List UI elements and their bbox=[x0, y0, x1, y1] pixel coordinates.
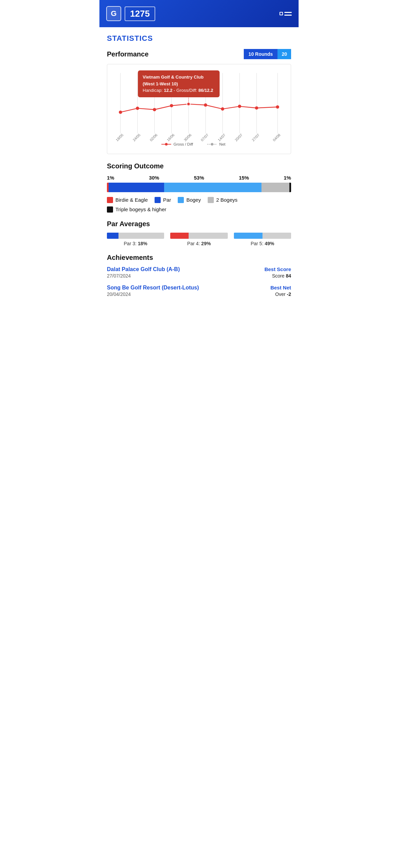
achievement-badge-1: Best Score bbox=[265, 266, 291, 272]
par5-label: Par 5: 49% bbox=[234, 241, 291, 246]
achievement-score-value-1: 84 bbox=[286, 273, 291, 279]
svg-point-27 bbox=[238, 105, 241, 108]
legend-dot-par bbox=[155, 197, 161, 203]
page-title: STATISTICS bbox=[107, 34, 291, 43]
svg-text:27/07: 27/07 bbox=[251, 133, 260, 142]
menu-square-icon bbox=[280, 12, 283, 15]
achievement-date-1: 27/07/2024 bbox=[107, 273, 131, 279]
performance-chart: 18/05 24/05 02/06 16/06 30/06 07/07 14/0… bbox=[107, 64, 291, 154]
par5-item: Par 5: 49% bbox=[234, 233, 291, 246]
scoring-legend: Birdie & Eagle Par Bogey 2 Bogeys Triple… bbox=[107, 197, 291, 213]
par3-item: Par 3: 18% bbox=[107, 233, 164, 246]
legend-label-birdie: Birdie & Eagle bbox=[115, 197, 148, 203]
svg-text:24/05: 24/05 bbox=[132, 133, 141, 142]
svg-text:18/05: 18/05 bbox=[115, 133, 124, 142]
rounds-selector[interactable]: 10 Rounds 20 bbox=[244, 49, 291, 59]
achievements-title: Achievements bbox=[107, 254, 291, 262]
scoring-bar bbox=[107, 183, 291, 192]
achievement-score-1: Score 84 bbox=[272, 273, 291, 279]
legend-dot-2bogey bbox=[208, 197, 214, 203]
par4-item: Par 4: 29% bbox=[170, 233, 227, 246]
achievement-date-2: 20/04/2024 bbox=[107, 291, 131, 297]
svg-text:Gross / Diff: Gross / Diff bbox=[174, 142, 193, 146]
svg-text:Net: Net bbox=[219, 142, 226, 146]
par3-bar-fill bbox=[107, 233, 118, 239]
rounds-number: 20 bbox=[277, 49, 291, 59]
svg-text:07/07: 07/07 bbox=[200, 133, 209, 142]
achievement-item-2: Song Be Golf Resort (Desert-Lotus) Best … bbox=[107, 285, 291, 297]
pct-bogey: 53% bbox=[194, 175, 204, 181]
svg-text:30/06: 30/06 bbox=[183, 133, 192, 142]
main-content: STATISTICS Performance 10 Rounds 20 18/0… bbox=[99, 27, 299, 310]
svg-point-29 bbox=[276, 105, 279, 109]
performance-header: Performance 10 Rounds 20 bbox=[107, 49, 291, 59]
legend-par: Par bbox=[155, 197, 171, 203]
legend-2bogey: 2 Bogeys bbox=[208, 197, 238, 203]
legend-triple: Triple bogeys & higher bbox=[107, 206, 166, 213]
par-averages-section: Par Averages Par 3: 18% Par 4: 29% bbox=[107, 220, 291, 246]
scoring-percentages: 1% 30% 53% 15% 1% bbox=[107, 175, 291, 181]
header-logo: G 1275 bbox=[106, 6, 155, 21]
menu-lines-icon bbox=[284, 12, 292, 16]
pct-par: 30% bbox=[149, 175, 159, 181]
par3-label: Par 3: 18% bbox=[107, 241, 164, 246]
scoring-outcome-section: Scoring Outcome 1% 30% 53% 15% 1% Birdie… bbox=[107, 162, 291, 213]
legend-bogey: Bogey bbox=[178, 197, 201, 203]
chart-svg: 18/05 24/05 02/06 16/06 30/06 07/07 14/0… bbox=[111, 70, 287, 148]
legend-birdie: Birdie & Eagle bbox=[107, 197, 148, 203]
legend-dot-bogey bbox=[178, 197, 184, 203]
bar-triple bbox=[289, 183, 291, 192]
svg-text:16/06: 16/06 bbox=[166, 133, 175, 142]
app-header: G 1275 bbox=[99, 0, 299, 27]
scoring-outcome-title: Scoring Outcome bbox=[107, 162, 291, 170]
svg-point-28 bbox=[255, 106, 258, 110]
achievement-row-bottom-2: 20/04/2024 Over -2 bbox=[107, 291, 291, 297]
svg-point-20 bbox=[119, 111, 122, 114]
bar-bogey bbox=[164, 183, 262, 192]
svg-point-22 bbox=[153, 108, 156, 111]
bar-par bbox=[109, 183, 164, 192]
menu-button[interactable] bbox=[280, 12, 292, 16]
legend-label-triple: Triple bogeys & higher bbox=[115, 206, 166, 212]
achievement-row-bottom-1: 27/07/2024 Score 84 bbox=[107, 273, 291, 279]
pct-2bogey: 15% bbox=[239, 175, 249, 181]
achievement-badge-2: Best Net bbox=[270, 285, 291, 290]
svg-point-21 bbox=[136, 107, 139, 110]
pct-birdie: 1% bbox=[107, 175, 114, 181]
legend-label-par: Par bbox=[163, 197, 171, 203]
par5-value: 49% bbox=[265, 241, 274, 246]
svg-point-35 bbox=[211, 143, 213, 146]
par4-value: 29% bbox=[201, 241, 211, 246]
achievement-course-1[interactable]: Dalat Palace Golf Club (A-B) bbox=[107, 266, 265, 272]
svg-point-23 bbox=[170, 104, 173, 107]
svg-text:04/08: 04/08 bbox=[272, 133, 281, 142]
par4-label: Par 4: 29% bbox=[170, 241, 227, 246]
legend-dot-birdie bbox=[107, 197, 113, 203]
achievement-item-1: Dalat Palace Golf Club (A-B) Best Score … bbox=[107, 266, 291, 279]
par5-bar bbox=[234, 233, 291, 239]
achievements-section: Achievements Dalat Palace Golf Club (A-B… bbox=[107, 254, 291, 297]
legend-label-bogey: Bogey bbox=[186, 197, 201, 203]
svg-text:20/07: 20/07 bbox=[234, 133, 243, 142]
svg-point-25 bbox=[204, 103, 207, 107]
pct-triple: 1% bbox=[284, 175, 291, 181]
par4-bar-bg bbox=[189, 233, 227, 239]
par4-bar-fill bbox=[170, 233, 189, 239]
header-score: 1275 bbox=[125, 6, 155, 21]
par5-bar-bg bbox=[262, 233, 291, 239]
par-averages-row: Par 3: 18% Par 4: 29% Par 5: 49% bbox=[107, 233, 291, 246]
svg-point-26 bbox=[221, 107, 224, 111]
bar-2bogey bbox=[261, 183, 289, 192]
svg-text:14/07: 14/07 bbox=[217, 133, 226, 142]
legend-label-2bogey: 2 Bogeys bbox=[216, 197, 238, 203]
achievement-score-2: Over -2 bbox=[275, 291, 291, 297]
achievement-course-2[interactable]: Song Be Golf Resort (Desert-Lotus) bbox=[107, 285, 270, 291]
achievement-row-top-2: Song Be Golf Resort (Desert-Lotus) Best … bbox=[107, 285, 291, 291]
app-logo-icon: G bbox=[106, 6, 121, 21]
par4-bar bbox=[170, 233, 227, 239]
par5-bar-fill bbox=[234, 233, 262, 239]
rounds-label: 10 Rounds bbox=[244, 49, 278, 59]
par3-bar bbox=[107, 233, 164, 239]
performance-title: Performance bbox=[107, 50, 148, 58]
achievement-score-value-2: -2 bbox=[287, 291, 291, 297]
